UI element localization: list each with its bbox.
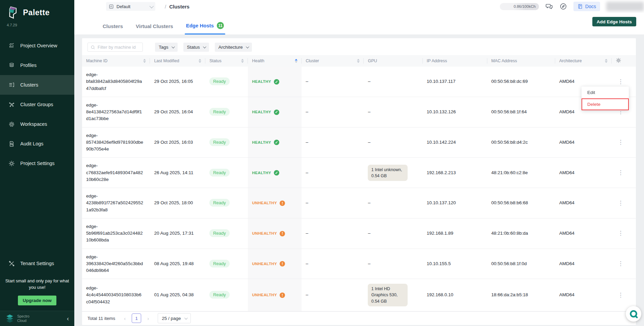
sort-icon[interactable] xyxy=(199,59,201,63)
table-row[interactable]: edge-5b96f691ab253ca3c02448210b608bda 20… xyxy=(82,218,636,249)
col-header-machine-id[interactable]: Machine ID xyxy=(82,55,150,67)
sidebar-item-tenant-settings[interactable]: Tenant Settings xyxy=(0,254,74,273)
add-edge-hosts-button[interactable]: Add Edge Hosts xyxy=(592,17,636,26)
sort-icon[interactable] xyxy=(241,59,244,63)
sidebar-item-audit-logs[interactable]: Audit Logs xyxy=(0,134,74,154)
row-kebab-menu-icon[interactable]: ⋮ xyxy=(616,169,626,177)
sidebar-item-cluster-groups[interactable]: Cluster Groups xyxy=(0,95,74,114)
app-name: Palette xyxy=(23,8,50,17)
sort-icon[interactable] xyxy=(605,59,608,63)
row-kebab-menu-icon[interactable]: ⋮ xyxy=(616,199,626,207)
sidebar-item-workspaces[interactable]: Workspaces xyxy=(0,114,74,134)
total-items-label: Total 11 items xyxy=(87,316,115,321)
col-header-cluster[interactable]: Cluster xyxy=(302,55,364,67)
top-bar: Default / Clusters 0.86/100kCh Docs xyxy=(74,0,644,13)
breadcrumb-current: Clusters xyxy=(169,4,189,9)
row-kebab-menu-icon[interactable]: ⋮ xyxy=(616,138,626,146)
status-filter-dropdown[interactable]: Status xyxy=(183,43,209,52)
col-header-status[interactable]: Status xyxy=(205,55,248,67)
gpu-badge: – xyxy=(368,109,370,114)
cell-last-modified: 01 Aug 2025, 04:38 xyxy=(150,279,205,311)
tab-virtual-clusters[interactable]: Virtual Clusters xyxy=(136,23,173,34)
tags-filter-dropdown[interactable]: Tags xyxy=(155,43,178,52)
status-badge: Ready xyxy=(209,169,230,177)
table-settings-gear-icon[interactable] xyxy=(616,57,621,63)
col-header-architecture[interactable]: Architecture xyxy=(555,55,612,67)
health-status-icon: ! xyxy=(280,261,285,266)
cell-status: Ready xyxy=(205,249,248,279)
chat-launcher-button[interactable] xyxy=(626,306,641,322)
sidebar-collapse-icon[interactable]: ‹ xyxy=(67,316,69,322)
cell-last-modified: 29 Oct 2025, 16:03 xyxy=(150,127,205,158)
cell-ip-address: 10.10.132.126 xyxy=(423,97,487,127)
col-header-health[interactable]: Health xyxy=(248,55,302,67)
sort-icon[interactable] xyxy=(357,59,360,63)
sidebar-item-profiles[interactable]: Profiles xyxy=(0,55,74,75)
table-row[interactable]: edge-396338420e4f260a55c3bbd046db9b64 08… xyxy=(82,249,636,279)
row-context-menu: Edit Delete xyxy=(582,87,629,110)
edge-hosts-card: Tags Status Architecture Machine ID Last… xyxy=(82,38,636,325)
row-kebab-menu-icon[interactable]: ⋮ xyxy=(616,229,626,237)
cell-health: UNHEALTHY ! xyxy=(248,188,302,218)
context-menu-edit[interactable]: Edit xyxy=(582,87,629,98)
chevron-down-icon xyxy=(246,45,249,48)
table-row[interactable]: edge-c76832aefe914893047a48210b60c28e 26… xyxy=(82,158,636,188)
cell-machine-id: edge-8e41384227563a7d14df9f1d1ac73bbe xyxy=(82,97,150,127)
sidebar-item-project-overview[interactable]: Project Overview xyxy=(0,36,74,55)
context-menu-delete[interactable]: Delete xyxy=(582,98,629,110)
status-badge: Ready xyxy=(209,108,230,116)
tab-edge-hosts[interactable]: Edge Hosts 11 xyxy=(186,22,224,34)
table-row[interactable]: edge-bfa83842a83d8405804f29a47ddbafcf 29… xyxy=(82,67,636,97)
cell-ip-address: 10.10.142.224 xyxy=(423,127,487,158)
col-header-gpu[interactable]: GPU xyxy=(364,55,422,67)
cell-cluster: – xyxy=(302,97,364,127)
machine-id-search[interactable] xyxy=(87,43,143,52)
col-header-mac-address[interactable]: MAC Address xyxy=(487,55,555,67)
page-number-button[interactable]: 1 xyxy=(132,313,141,323)
col-header-last-modified[interactable]: Last Modified xyxy=(150,55,205,67)
cell-cluster: – xyxy=(302,158,364,188)
col-header-settings[interactable] xyxy=(612,55,636,67)
cell-last-modified: 20 Aug 2025, 17:31 xyxy=(150,218,205,249)
sidebar-item-clusters[interactable]: Clusters xyxy=(0,75,74,95)
row-kebab-menu-icon[interactable]: ⋮ xyxy=(616,260,626,267)
project-overview-icon xyxy=(8,42,15,49)
next-page-icon[interactable]: › xyxy=(146,316,150,321)
row-kebab-menu-icon[interactable]: ⋮ xyxy=(616,78,626,86)
gpu-badge: – xyxy=(368,200,370,205)
health-status-icon: ! xyxy=(280,293,285,298)
table-row[interactable]: edge-857438426ef9d9781930dbe90b705e4e 29… xyxy=(82,127,636,158)
cell-gpu: – xyxy=(364,249,422,279)
cell-gpu: 1 Intel HD Graphics 530, 0.54 GB xyxy=(364,279,422,311)
col-header-ip-address[interactable]: IP Address xyxy=(423,55,487,67)
compass-icon[interactable] xyxy=(559,2,567,10)
docs-button[interactable]: Docs xyxy=(573,2,600,11)
table-row[interactable]: edge-4238b891f7267a5024295521a92b3fa8 29… xyxy=(82,188,636,218)
chevron-down-icon xyxy=(184,316,188,320)
table-row[interactable]: edge-4c4c4544003450108033b6c04f504432 01… xyxy=(82,279,636,311)
palette-logo-icon xyxy=(7,5,20,20)
page-size-select[interactable]: 25 / page xyxy=(158,313,190,323)
search-input[interactable] xyxy=(98,45,140,50)
cell-gpu: – xyxy=(364,188,422,218)
cell-health: UNHEALTHY ! xyxy=(248,279,302,311)
sort-icon-active[interactable] xyxy=(295,59,298,63)
chat-bubbles-icon[interactable] xyxy=(545,2,553,10)
architecture-filter-dropdown[interactable]: Architecture xyxy=(215,43,252,52)
table-row[interactable]: edge-8e41384227563a7d14df9f1d1ac73bbe 29… xyxy=(82,97,636,127)
cell-health: HEALTHY ✓ xyxy=(248,158,302,188)
health-badge: HEALTHY ✓ xyxy=(252,79,279,85)
cell-ip-address: 10.10.155.5 xyxy=(423,249,487,279)
spectro-cloud-brand: SpectroCloud xyxy=(17,314,29,323)
cell-mac-address: 48:21:0b:60:c2:8e xyxy=(487,158,555,188)
table-header-row: Machine ID Last Modified Status Health C… xyxy=(82,55,636,67)
sidebar-item-project-settings[interactable]: Project Settings xyxy=(0,154,74,173)
upgrade-now-button[interactable]: Upgrade now xyxy=(18,296,56,305)
tab-clusters[interactable]: Clusters xyxy=(103,23,123,34)
previous-page-icon[interactable]: ‹ xyxy=(123,316,127,321)
cell-cluster: – xyxy=(302,188,364,218)
project-selector[interactable]: Default xyxy=(106,2,155,11)
sort-icon[interactable] xyxy=(143,59,146,63)
cell-mac-address: 00:50:56:b8:1f:64 xyxy=(487,97,555,127)
row-kebab-menu-icon[interactable]: ⋮ xyxy=(616,291,626,299)
